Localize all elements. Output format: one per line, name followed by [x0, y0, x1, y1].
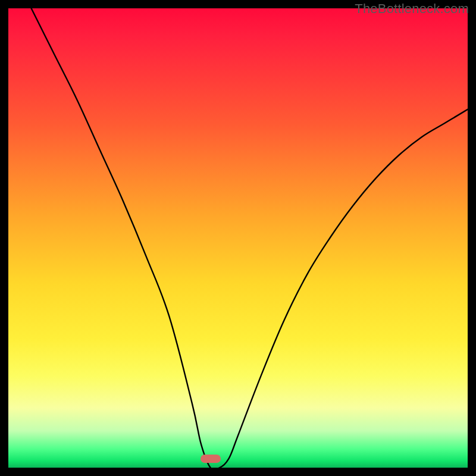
optimal-marker [201, 455, 221, 463]
gradient-plot-area [8, 8, 468, 468]
bottleneck-curve [8, 8, 468, 468]
chart-frame: TheBottleneck.com [0, 0, 476, 476]
watermark-text: TheBottleneck.com [355, 1, 469, 17]
